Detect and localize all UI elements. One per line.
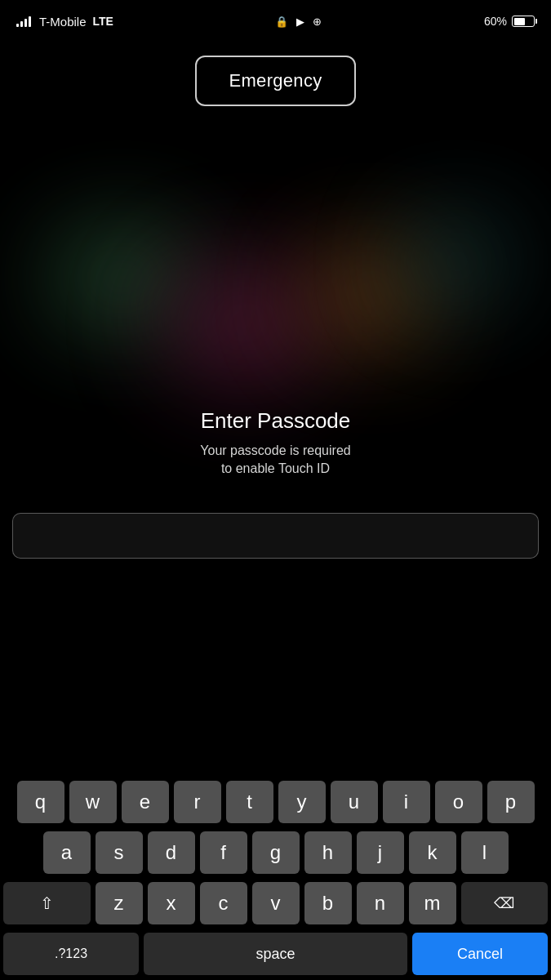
key-shift[interactable]: ⇧ [3,882,91,924]
lock-icon: 🔒 [275,16,288,28]
key-p[interactable]: p [487,781,535,823]
input-area [12,513,539,559]
blob-teal [408,220,506,302]
battery-percent: 60% [484,15,507,28]
passcode-area: Enter Passcode Your passcode is required… [0,408,551,479]
signal-bar-3 [24,19,27,27]
emergency-button[interactable]: Emergency [195,56,357,106]
key-y[interactable]: y [278,781,326,823]
battery-container [512,16,535,27]
status-left: T-Mobile LTE [16,15,113,29]
key-cancel[interactable]: Cancel [412,933,548,975]
status-bar: T-Mobile LTE 🔒 ▶ ⊕ 60% [0,0,551,36]
portrait-icon: ⊕ [313,16,322,28]
key-o[interactable]: o [435,781,482,823]
key-b[interactable]: b [304,882,352,924]
key-l[interactable]: l [461,831,509,874]
carrier-name: T-Mobile [39,15,87,29]
signal-bar-1 [16,24,19,27]
key-v[interactable]: v [252,882,300,924]
key-g[interactable]: g [252,831,300,874]
key-backspace[interactable]: ⌫ [461,882,549,924]
key-w[interactable]: w [69,781,117,823]
key-space[interactable]: space [144,933,407,975]
passcode-title: Enter Passcode [0,408,551,434]
status-center: 🔒 ▶ ⊕ [275,16,322,28]
key-f[interactable]: f [200,831,247,874]
key-u[interactable]: u [331,781,378,823]
keyboard-row-3: ⇧ z x c v b n m ⌫ [3,882,548,924]
signal-bar-4 [29,16,31,27]
key-i[interactable]: i [383,781,430,823]
key-s[interactable]: s [96,831,143,874]
key-n[interactable]: n [357,882,404,924]
key-r[interactable]: r [174,781,221,823]
location-icon: ▶ [296,16,304,28]
network-type: LTE [93,15,113,28]
passcode-subtitle-line2: to enable Touch ID [221,461,330,475]
battery-fill [514,18,526,25]
keyboard-row-4: .?123 space Cancel [3,933,548,975]
signal-bars [16,16,31,27]
key-k[interactable]: k [409,831,456,874]
key-j[interactable]: j [357,831,404,874]
key-numeric[interactable]: .?123 [3,933,139,975]
keyboard: q w e r t y u i o p a s d f g h j k l ⇧ … [0,773,551,980]
signal-bar-2 [20,21,23,27]
passcode-subtitle: Your passcode is required to enable Touc… [0,442,551,479]
key-h[interactable]: h [304,831,352,874]
passcode-subtitle-line1: Your passcode is required [200,443,350,457]
keyboard-row-1: q w e r t y u i o p [3,781,548,823]
key-m[interactable]: m [409,882,456,924]
key-a[interactable]: a [43,831,91,874]
key-d[interactable]: d [148,831,195,874]
key-t[interactable]: t [226,781,273,823]
key-q[interactable]: q [17,781,64,823]
key-e[interactable]: e [122,781,169,823]
keyboard-row-2: a s d f g h j k l [3,831,548,874]
blob-purple [163,261,327,384]
passcode-input[interactable] [12,513,539,559]
key-c[interactable]: c [200,882,247,924]
key-x[interactable]: x [148,882,195,924]
emergency-button-container: Emergency [195,56,357,106]
battery-icon [512,16,535,27]
key-z[interactable]: z [96,882,143,924]
status-right: 60% [484,15,535,28]
